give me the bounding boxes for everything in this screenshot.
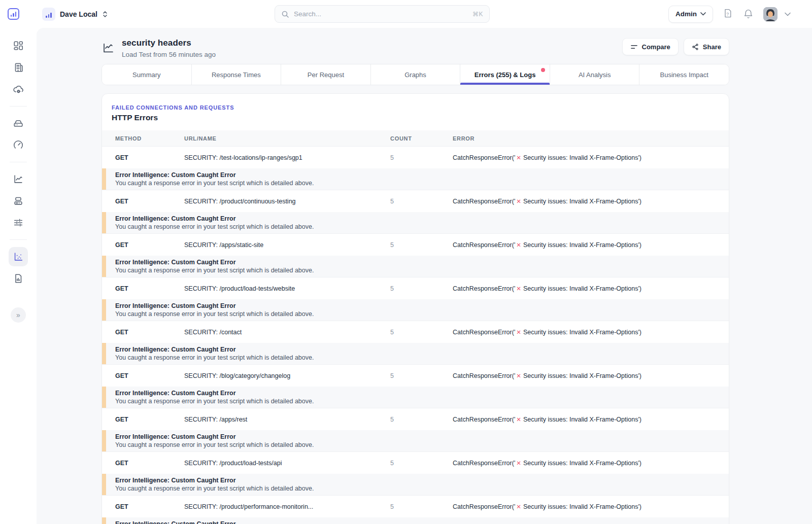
tab-response-times[interactable]: Response Times — [192, 64, 282, 85]
page-subtitle: Load Test from 56 minutes ago — [122, 51, 216, 58]
note-title: Error Intelligence: Custom Caught Error — [115, 390, 729, 397]
compare-icon — [630, 44, 638, 50]
table-row: GET SECURITY: /apps/rest 5 CatchResponse… — [102, 408, 729, 430]
workstation-icon — [13, 195, 24, 206]
chevron-down-icon — [700, 12, 706, 16]
error-text-suffix: Security issues: Invalid X-Frame-Options… — [523, 198, 641, 205]
error-intelligence-note: Error Intelligence: Custom Caught Error … — [102, 430, 729, 451]
search-shortcut-hint: ⌘K — [472, 11, 483, 18]
column-header-count: COUNT — [390, 135, 453, 142]
tab-label: Summary — [132, 71, 161, 79]
sidebar: » — [0, 28, 37, 524]
share-button[interactable]: Share — [684, 38, 729, 55]
tab-label: Per Request — [308, 71, 344, 79]
card-header: FAILED CONNECTIONS AND REQUESTS HTTP Err… — [102, 94, 729, 130]
count-cell: 5 — [390, 154, 453, 161]
table-row: GET SECURITY: /apps/static-site 5 CatchR… — [102, 233, 729, 256]
compare-button[interactable]: Compare — [622, 38, 679, 55]
error-x-icon: ✕ — [516, 373, 521, 379]
url-cell: SECURITY: /product/load-tests/website — [184, 285, 390, 292]
sidebar-item-hardware[interactable] — [9, 191, 28, 211]
tab-errors-logs[interactable]: Errors (255) & Logs — [460, 64, 550, 85]
method-cell: GET — [115, 416, 184, 423]
page-title: security headers — [122, 38, 216, 48]
project-name: Dave Local — [60, 10, 97, 18]
search-input[interactable] — [294, 10, 468, 18]
error-text-suffix: Security issues: Invalid X-Frame-Options… — [523, 416, 641, 423]
note-title: Error Intelligence: Custom Caught Error — [115, 302, 729, 309]
sidebar-item-performance[interactable] — [9, 135, 28, 155]
note-body: You caught a response error in your test… — [115, 310, 729, 318]
admin-menu-button[interactable]: Admin — [668, 6, 713, 23]
notifications-bell-icon[interactable] — [743, 9, 754, 19]
svg-text:?: ? — [726, 12, 729, 17]
help-icon[interactable]: ? — [723, 9, 733, 19]
error-text-suffix: Security issues: Invalid X-Frame-Options… — [523, 241, 641, 249]
tab-summary[interactable]: Summary — [102, 64, 192, 85]
error-text-suffix: Security issues: Invalid X-Frame-Options… — [523, 285, 641, 292]
url-cell: SECURITY: /product/continuous-testing — [184, 198, 390, 205]
search-bar[interactable]: ⌘K — [275, 5, 490, 23]
error-x-icon: ✕ — [516, 198, 521, 204]
count-cell: 5 — [390, 372, 453, 379]
account-chevron-down-icon[interactable] — [785, 12, 791, 16]
count-cell: 5 — [390, 285, 453, 292]
admin-label: Admin — [675, 10, 697, 18]
topbar: Dave Local ⌘K Admin ? — [0, 0, 812, 28]
note-title: Error Intelligence: Custom Caught Error — [115, 171, 729, 179]
sidebar-item-dashboard[interactable] — [9, 36, 28, 55]
note-body: You caught a response error in your test… — [115, 223, 729, 230]
count-cell: 5 — [390, 198, 453, 205]
sidebar-item-reports[interactable] — [9, 269, 28, 288]
tab-label: Errors (255) & Logs — [475, 71, 536, 79]
method-cell: GET — [115, 285, 184, 292]
sidebar-item-settings[interactable] — [9, 213, 28, 232]
sidebar-divider — [10, 239, 27, 240]
sidebar-item-organization[interactable] — [9, 58, 28, 77]
note-body: You caught a response error in your test… — [115, 485, 729, 492]
search-icon — [281, 10, 289, 18]
error-x-icon: ✕ — [516, 286, 521, 292]
error-text-prefix: CatchResponseError(' — [453, 241, 515, 249]
error-text-prefix: CatchResponseError(' — [453, 460, 515, 467]
tab-label: Business Impact — [660, 71, 708, 79]
url-cell: SECURITY: /blog/category/changelog — [184, 372, 390, 379]
building-icon — [13, 62, 24, 73]
scatter-plot-icon — [13, 251, 24, 262]
cloud-gear-icon — [13, 84, 24, 95]
table-row: GET SECURITY: /product/load-tests/api 5 … — [102, 451, 729, 474]
share-label: Share — [703, 43, 721, 51]
tab-per-request[interactable]: Per Request — [281, 64, 371, 85]
error-cell: CatchResponseError('✕Security issues: In… — [453, 241, 729, 249]
note-title: Error Intelligence: Custom Caught Error — [115, 215, 729, 222]
sidebar-item-cloud-services[interactable] — [9, 80, 28, 99]
error-text-prefix: CatchResponseError(' — [453, 198, 515, 205]
test-chart-icon — [101, 41, 115, 55]
table-header: METHOD URL/NAME COUNT ERROR — [102, 130, 729, 146]
error-table-body: GET SECURITY: /test-locations/ip-ranges/… — [102, 146, 729, 524]
sidebar-expand-button[interactable]: » — [11, 307, 26, 323]
tab-graphs[interactable]: Graphs — [371, 64, 461, 85]
error-cell: CatchResponseError('✕Security issues: In… — [453, 329, 729, 336]
page-header: security headers Load Test from 56 minut… — [101, 38, 729, 58]
table-row: GET SECURITY: /product/load-tests/websit… — [102, 277, 729, 299]
user-avatar[interactable] — [763, 7, 777, 21]
error-cell: CatchResponseError('✕Security issues: In… — [453, 503, 729, 510]
gauge-icon — [13, 139, 24, 151]
app-logo-icon[interactable] — [8, 8, 19, 20]
report-document-icon — [13, 273, 24, 284]
project-switcher[interactable]: Dave Local — [42, 8, 108, 21]
card-eyebrow: FAILED CONNECTIONS AND REQUESTS — [112, 104, 719, 111]
method-cell: GET — [115, 154, 184, 161]
sidebar-item-charts[interactable] — [9, 169, 28, 189]
sidebar-item-test-results[interactable] — [9, 247, 28, 266]
topbar-right-group: Admin ? — [668, 0, 791, 28]
error-cell: CatchResponseError('✕Security issues: In… — [453, 460, 729, 467]
table-row: GET SECURITY: /contact 5 CatchResponseEr… — [102, 321, 729, 343]
sidebar-item-servers[interactable] — [9, 114, 28, 133]
tab-ai-analysis[interactable]: AI Analysis — [550, 64, 640, 85]
error-cell: CatchResponseError('✕Security issues: In… — [453, 154, 729, 161]
tabs-bar: Summary Response Times Per Request Graph… — [101, 64, 729, 85]
tab-business-impact[interactable]: Business Impact — [639, 64, 729, 85]
url-cell: SECURITY: /product/load-tests/api — [184, 460, 390, 467]
